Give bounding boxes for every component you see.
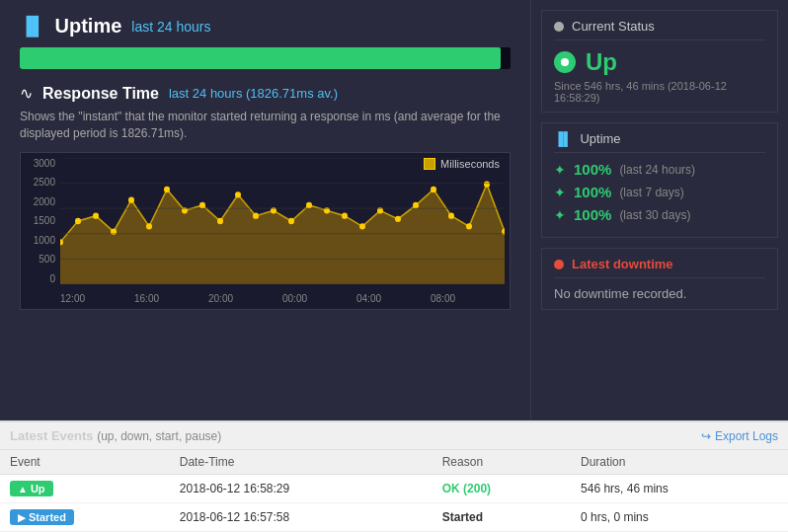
uptime-percent-30d: 100% xyxy=(574,206,611,223)
uptime-period-24h: (last 24 hours) xyxy=(619,163,695,177)
svg-point-21 xyxy=(413,201,419,207)
downtime-header-text: Latest downtime xyxy=(572,257,673,271)
events-title-container: Latest Events (up, down, start, pause) xyxy=(10,428,221,443)
event-datetime-1: 2018-06-12 16:58:29 xyxy=(170,475,433,503)
col-datetime: Date-Time xyxy=(170,450,433,475)
x-label-2000: 20:00 xyxy=(208,293,233,304)
uptime-heading: Uptime xyxy=(55,15,122,38)
current-status-label: Current Status xyxy=(572,19,655,34)
event-duration-1: 546 hrs, 46 mins xyxy=(571,475,788,503)
uptime-section-header: ▐▌ Uptime xyxy=(554,131,765,153)
red-dot-icon xyxy=(554,260,564,269)
legend-color-box xyxy=(424,158,435,170)
x-label-0800: 08:00 xyxy=(431,293,455,304)
y-axis: 3000 2500 2000 1500 1000 500 0 xyxy=(21,158,58,284)
export-logs-label: Export Logs xyxy=(715,429,778,443)
col-reason: Reason xyxy=(433,450,571,475)
y-label-3000: 3000 xyxy=(34,158,55,169)
svg-marker-0 xyxy=(60,184,505,283)
current-status-section: Current Status Up Since 546 hrs, 46 mins… xyxy=(541,10,778,113)
x-label-1200: 12:00 xyxy=(60,293,85,304)
uptime-row-24h: ✦ 100% (last 24 hours) xyxy=(554,161,765,178)
event-cell-started: ▶ Started xyxy=(0,503,170,532)
main-container: ▐▌ Uptime last 24 hours ∿ Response Time … xyxy=(0,0,788,532)
svg-point-5 xyxy=(128,196,134,202)
status-up-text: Up xyxy=(586,48,617,76)
y-label-2500: 2500 xyxy=(34,177,55,188)
chart-container: Milliseconds 3000 2500 2000 1500 1000 50… xyxy=(20,152,511,310)
right-panel: Current Status Up Since 546 hrs, 46 mins… xyxy=(531,0,788,420)
uptime-row-30d: ✦ 100% (last 30 days) xyxy=(554,206,765,223)
events-title-main: Latest Events xyxy=(10,428,94,443)
table-row: ▶ Started 2018-06-12 16:57:58 Started 0 … xyxy=(0,503,788,532)
y-label-1500: 1500 xyxy=(34,215,55,226)
bar-chart-icon: ▐▌ xyxy=(20,16,45,37)
uptime-title-row: ▐▌ Uptime last 24 hours xyxy=(20,15,511,38)
uptime-section: ▐▌ Uptime ✦ 100% (last 24 hours) ✦ 100% … xyxy=(541,122,778,238)
svg-point-9 xyxy=(199,201,205,207)
x-axis: 12:00 16:00 20:00 00:00 04:00 08:00 xyxy=(60,293,505,304)
svg-point-3 xyxy=(93,212,99,218)
y-label-0: 0 xyxy=(49,273,55,284)
svg-point-14 xyxy=(288,217,294,223)
svg-point-11 xyxy=(235,191,241,197)
svg-point-23 xyxy=(448,212,454,218)
x-label-0000: 00:00 xyxy=(282,293,307,304)
uptime-percent-7d: 100% xyxy=(574,184,611,200)
export-logs-button[interactable]: ↪ Export Logs xyxy=(701,429,778,443)
status-up-row: Up xyxy=(554,48,765,76)
uptime-bar xyxy=(20,47,511,69)
uptime-row-7d: ✦ 100% (last 7 days) xyxy=(554,184,765,200)
up-arrow-icon: ▲ xyxy=(18,484,28,494)
response-title-row: ∿ Response Time last 24 hours (1826.71ms… xyxy=(20,84,511,103)
svg-point-2 xyxy=(75,217,81,223)
svg-point-22 xyxy=(431,186,436,191)
uptime-period: last 24 hours xyxy=(131,19,210,35)
started-reason: Started xyxy=(442,510,483,524)
events-table: Event Date-Time Reason Duration ▲ Up 201… xyxy=(0,450,788,532)
event-reason-2: Started xyxy=(433,503,571,532)
svg-point-24 xyxy=(466,223,472,229)
svg-point-6 xyxy=(146,223,152,229)
event-cell-up: ▲ Up xyxy=(0,475,170,503)
downtime-section: Latest downtime No downtime recorded. xyxy=(541,248,778,310)
y-label-500: 500 xyxy=(39,254,55,265)
green-star-24h: ✦ xyxy=(554,162,566,178)
green-star-7d: ✦ xyxy=(554,185,566,200)
export-icon: ↪ xyxy=(701,429,711,443)
uptime-period-30d: (last 30 days) xyxy=(619,208,690,222)
status-dot-small xyxy=(554,22,564,32)
col-duration: Duration xyxy=(571,450,788,475)
x-label-1600: 16:00 xyxy=(134,293,159,304)
legend-label: Milliseconds xyxy=(440,158,500,170)
svg-point-12 xyxy=(253,212,259,218)
current-status-header: Current Status xyxy=(554,19,765,40)
green-star-30d: ✦ xyxy=(554,207,566,223)
event-datetime-2: 2018-06-12 16:57:58 xyxy=(170,503,433,532)
response-icon: ∿ xyxy=(20,84,33,103)
uptime-bar-fill xyxy=(20,47,501,69)
event-reason-1: OK (200) xyxy=(433,475,571,503)
chart-svg xyxy=(60,158,505,284)
no-downtime-text: No downtime recorded. xyxy=(554,286,765,301)
top-section: ▐▌ Uptime last 24 hours ∿ Response Time … xyxy=(0,0,788,420)
svg-point-17 xyxy=(342,212,348,218)
play-icon: ▶ xyxy=(18,512,26,523)
response-period: last 24 hours (1826.71ms av.) xyxy=(169,86,338,101)
response-heading: Response Time xyxy=(42,85,159,103)
svg-point-10 xyxy=(217,217,223,223)
svg-point-25 xyxy=(484,181,490,187)
ok-status: OK (200) xyxy=(442,482,491,495)
table-row: ▲ Up 2018-06-12 16:58:29 OK (200) 546 hr… xyxy=(0,475,788,503)
events-header: Latest Events (up, down, start, pause) ↪… xyxy=(0,422,788,450)
uptime-bar-icon: ▐▌ xyxy=(554,131,572,146)
status-dot-large xyxy=(554,51,576,73)
status-since: Since 546 hrs, 46 mins (2018-06-12 16:58… xyxy=(554,80,765,104)
badge-up-label: Up xyxy=(31,483,45,494)
svg-point-15 xyxy=(306,201,312,207)
y-label-1000: 1000 xyxy=(34,235,55,246)
badge-up: ▲ Up xyxy=(10,481,53,496)
table-header-row: Event Date-Time Reason Duration xyxy=(0,450,788,475)
downtime-header: Latest downtime xyxy=(554,257,765,278)
y-label-2000: 2000 xyxy=(34,196,55,207)
